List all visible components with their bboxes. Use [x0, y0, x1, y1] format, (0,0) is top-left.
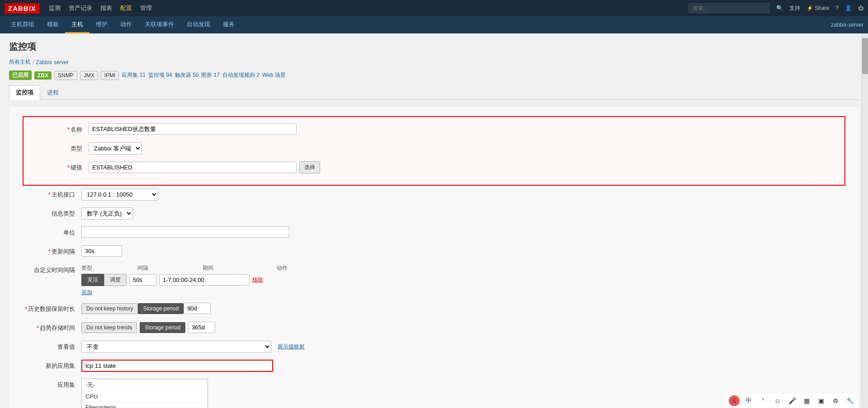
new-app-input[interactable] [82, 361, 272, 371]
bottom-icon-kb1[interactable]: ▦ [801, 395, 812, 406]
nav-discovery[interactable]: 自动发现 [180, 16, 217, 33]
trends-row: *趋势存储时间 Do not keep trends Storage perio… [23, 322, 845, 334]
history-storage-period-button[interactable]: Storage period [138, 303, 184, 314]
add-interval-link[interactable]: 添加 [81, 289, 92, 295]
unit-label: 单位 [23, 226, 81, 237]
filter-trigger-count[interactable]: 触发器 50 [175, 71, 199, 79]
key-select-button[interactable]: 选择 [299, 161, 320, 174]
support-link[interactable]: 支持 [789, 5, 800, 12]
period-input[interactable] [159, 274, 250, 286]
page-content: 监控项 所有主机 / Zabbix server 已启用 ZBX SNMP JM… [0, 33, 868, 408]
show-value-row: 查看值 不变 展示值映射 [23, 341, 845, 353]
col-period: 期间 [203, 264, 213, 272]
new-app-control [81, 360, 273, 372]
history-no-keep-button[interactable]: Do not keep history [81, 303, 138, 314]
name-row: *名称 [30, 123, 838, 136]
custom-interval-row: 自定义时间间隔 类型 间隔 期间 动作 灵活 调度 移除 [23, 264, 845, 296]
filter-zbx[interactable]: ZBX [34, 71, 52, 80]
search-icon[interactable]: 🔍 [776, 5, 783, 11]
nav-host[interactable]: 主机 [65, 16, 90, 33]
bottom-icon-s[interactable]: S [729, 395, 740, 406]
tab-monitor-items[interactable]: 监控项 [9, 85, 40, 100]
nav-asset[interactable]: 资产记录 [69, 4, 92, 12]
host-interface-select[interactable]: 127.0.0.1 : 10050 [81, 188, 158, 201]
key-row: *键值 选择 [30, 161, 838, 174]
info-type-label: 信息类型 [23, 207, 81, 218]
app-list-item-cpu[interactable]: CPU [82, 391, 208, 402]
nav-config[interactable]: 配置 [120, 4, 132, 12]
nav-report[interactable]: 报表 [100, 4, 112, 12]
app-set-label: 应用集 [23, 379, 81, 389]
nav-event-corr[interactable]: 关联项事件 [138, 16, 180, 33]
key-label: *键值 [30, 161, 89, 172]
bottom-icon-bullet[interactable]: ° [758, 395, 769, 406]
app-list-item-none[interactable]: -无- [82, 379, 208, 391]
interval-input[interactable] [129, 274, 156, 286]
toggle-schedule[interactable]: 调度 [104, 274, 127, 286]
share-link[interactable]: ⚡ Share [807, 5, 829, 11]
search-input[interactable] [689, 3, 770, 13]
type-select[interactable]: Zabbix 客户端 [89, 142, 142, 155]
toggle-flexible[interactable]: 灵活 [81, 274, 104, 286]
new-app-row: 新的应用集 [23, 360, 845, 372]
history-row: *历史数据保留时长 Do not keep history Storage pe… [23, 303, 845, 315]
nav-service[interactable]: 服务 [217, 16, 241, 33]
app-set-control: -无- CPU Filesystems [81, 379, 208, 408]
custom-interval-label: 自定义时间间隔 [23, 264, 81, 274]
nav-monitor[interactable]: 监测 [49, 4, 61, 12]
filter-jmx[interactable]: JMX [80, 71, 98, 80]
app-list-item-fs[interactable]: Filesystems [82, 402, 208, 408]
filter-active[interactable]: 已启用 [9, 70, 32, 80]
show-value-map-link[interactable]: 展示值映射 [278, 343, 305, 351]
show-value-control: 不变 展示值映射 [81, 341, 305, 353]
power-icon[interactable]: ⏻ [858, 5, 863, 11]
history-value-input[interactable] [184, 303, 211, 314]
filter-snmp[interactable]: SNMP [54, 71, 77, 80]
filter-row: 已启用 ZBX SNMP JMX IPMI 应用集 11 监控项 94 触发器 … [9, 70, 859, 80]
bottom-icon-settings[interactable]: 🔧 [844, 395, 855, 406]
logo: ZABBIX [5, 3, 40, 14]
bottom-icon-mic[interactable]: 🎤 [787, 395, 797, 406]
nav-action[interactable]: 动作 [114, 16, 138, 33]
show-value-select[interactable]: 不变 [81, 341, 271, 353]
nav-maintenance[interactable]: 维护 [90, 16, 114, 33]
filter-discovery-count[interactable]: 自动发现规则 2 [222, 71, 259, 79]
nav-admin[interactable]: 管理 [140, 4, 152, 12]
tab-process[interactable]: 进程 [40, 85, 66, 100]
remove-interval-link[interactable]: 移除 [252, 276, 263, 284]
info-type-row: 信息类型 数字 (无正负) [23, 207, 845, 220]
update-interval-input[interactable] [81, 245, 122, 257]
nav-template[interactable]: 模板 [41, 16, 65, 33]
bottom-icon-smiley[interactable]: 中 [743, 395, 754, 406]
filter-ipmi[interactable]: IPMI [101, 71, 119, 80]
host-interface-label: *主机接口 [23, 188, 81, 199]
filter-graph-count[interactable]: 图形 17 [201, 71, 220, 79]
bottom-icon-kb2[interactable]: ▣ [816, 395, 826, 406]
host-interface-control: 127.0.0.1 : 10050 [81, 188, 158, 201]
filter-web[interactable]: Web 场景 [262, 71, 286, 79]
second-nav: 主机群组 模板 主机 维护 动作 关联项事件 自动发现 服务 zabbix-se… [0, 16, 868, 33]
nav-host-group[interactable]: 主机群组 [5, 16, 41, 33]
trends-control: Do not keep trends Storage period [81, 322, 215, 333]
trends-no-keep-button[interactable]: Do not keep trends [81, 322, 137, 333]
user-icon[interactable]: 👤 [845, 5, 852, 11]
info-type-select[interactable]: 数字 (无正负) [81, 207, 133, 220]
trends-storage-period-button[interactable]: Storage period [140, 322, 185, 333]
top-nav: ZABBIX 监测 资产记录 报表 配置 管理 🔍 支持 ⚡ Share ? 👤… [0, 0, 868, 16]
bottom-icon-gear[interactable]: ⚙ [830, 395, 841, 406]
red-border-section: *名称 类型 Zabbix 客户端 * [23, 116, 845, 186]
key-input[interactable] [89, 162, 297, 173]
unit-input[interactable] [81, 226, 289, 238]
trends-value-input[interactable] [188, 322, 215, 333]
help-icon[interactable]: ? [835, 5, 839, 11]
scrollbar[interactable] [862, 33, 868, 408]
breadcrumb-all-hosts[interactable]: 所有主机 [9, 58, 31, 66]
filter-monitor-count[interactable]: 监控项 94 [148, 71, 172, 79]
bottom-icon-smile2[interactable]: ☺ [772, 395, 783, 406]
name-input[interactable] [89, 123, 297, 135]
breadcrumb-server[interactable]: Zabbix server [36, 59, 69, 66]
unit-control [81, 226, 289, 238]
new-app-box [81, 360, 273, 372]
scrollbar-thumb[interactable] [862, 38, 868, 74]
filter-app-set[interactable]: 应用集 11 [122, 71, 146, 79]
